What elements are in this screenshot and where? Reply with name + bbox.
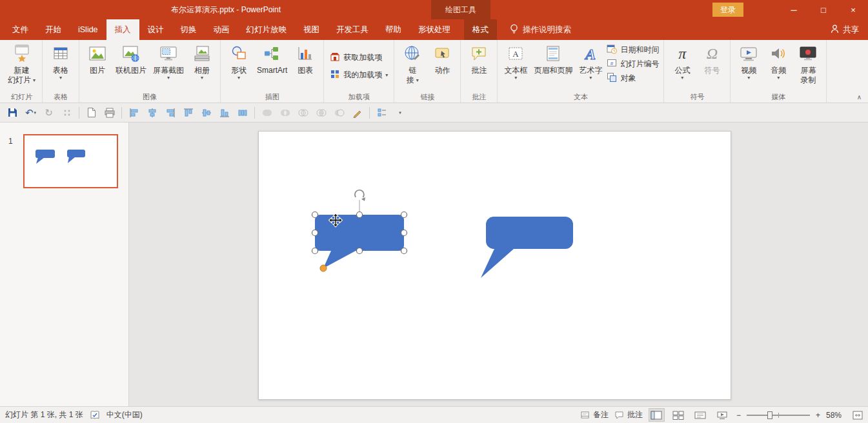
close-button[interactable]: × (838, 0, 868, 19)
table-button[interactable]: 表格 ▾ (46, 41, 76, 92)
tab-developer[interactable]: 开发工具 (328, 19, 377, 40)
align-center-button[interactable] (143, 105, 161, 121)
zoom-out-button[interactable]: − (736, 411, 741, 420)
selection-pane-button[interactable] (373, 105, 390, 121)
adjust-handle[interactable] (320, 265, 327, 271)
collapse-ribbon-button[interactable]: ∧ (857, 93, 862, 101)
distribute-horizontal-button[interactable] (234, 105, 251, 121)
tab-file[interactable]: 文件 (4, 19, 37, 40)
fit-slide-to-window-button[interactable] (853, 411, 863, 420)
handle-middle-left[interactable] (312, 230, 318, 236)
handle-middle-right[interactable] (401, 230, 407, 236)
merge-shapes-fragment-button[interactable] (294, 105, 312, 121)
language-button[interactable]: 中文(中国) (106, 409, 143, 420)
undo-button[interactable]: ↶▾ (22, 105, 39, 121)
align-middle-button[interactable] (197, 105, 215, 121)
handle-top-left[interactable] (312, 212, 318, 218)
redo-button[interactable]: ↻ (40, 105, 57, 121)
tab-transitions[interactable]: 切换 (172, 19, 205, 40)
handle-bottom-center[interactable] (357, 248, 363, 254)
normal-view-button[interactable] (649, 408, 665, 422)
new-file-button[interactable] (83, 105, 100, 121)
zoom-level-button[interactable]: 58% (826, 411, 847, 420)
slide-number-icon: # (607, 58, 617, 70)
touch-mouse-mode-button[interactable] (58, 105, 76, 121)
video-button[interactable]: 视频 ▾ (734, 41, 763, 92)
chart-button[interactable]: 图表 (290, 41, 320, 92)
quick-access-toolbar: ↶▾ ↻ ▾ (0, 103, 868, 123)
align-left-button[interactable] (125, 105, 143, 121)
tell-me-search[interactable]: 操作说明搜索 (510, 19, 571, 40)
link-button[interactable]: 链 接▾ (398, 41, 427, 92)
zoom-slider[interactable] (747, 415, 810, 416)
tab-format[interactable]: 格式 (464, 19, 497, 40)
edit-points-button[interactable] (348, 105, 366, 121)
tab-view[interactable]: 视图 (295, 19, 328, 40)
zoom-slider-thumb[interactable] (767, 411, 772, 419)
shapes-button[interactable]: 形状 ▾ (224, 41, 254, 92)
tab-slideshow[interactable]: 幻灯片放映 (238, 19, 296, 40)
merge-shapes-combine-button[interactable] (276, 105, 294, 121)
print-preview-button[interactable] (101, 105, 118, 121)
slide-sorter-view-button[interactable] (671, 408, 687, 422)
tab-animations[interactable]: 动画 (205, 19, 238, 40)
tab-design[interactable]: 设计 (139, 19, 172, 40)
zoom-in-button[interactable]: + (816, 411, 820, 420)
merge-shapes-intersect-button[interactable] (312, 105, 330, 121)
my-addins-button[interactable]: 我的加载项 ▾ (330, 69, 388, 81)
handle-top-center[interactable] (357, 212, 363, 218)
slide-editing-surface[interactable] (258, 131, 731, 400)
audio-button[interactable]: 音频 ▾ (763, 41, 793, 92)
person-icon (831, 25, 839, 35)
minimize-button[interactable]: ─ (779, 0, 809, 19)
tab-shape-tools[interactable]: 形状处理 (410, 19, 459, 40)
video-icon (740, 43, 758, 64)
screen-recording-button[interactable]: 屏幕 录制 (793, 41, 823, 92)
date-time-button[interactable]: 日期和时间 (607, 44, 659, 56)
wordart-button[interactable]: A 艺术字 ▾ (576, 41, 605, 92)
tab-insert[interactable]: 插入 (106, 19, 139, 40)
picture-button[interactable]: 图片 (83, 41, 112, 92)
header-footer-icon (545, 43, 561, 64)
object-button[interactable]: 对象 (607, 72, 659, 84)
slide-1-thumbnail[interactable] (23, 134, 118, 188)
slideshow-view-button[interactable] (714, 408, 731, 422)
handle-top-right[interactable] (401, 212, 407, 218)
merge-shapes-subtract-button[interactable] (330, 105, 348, 121)
handle-bottom-left[interactable] (312, 248, 318, 254)
textbox-button[interactable]: A 文本框 ▾ (501, 41, 530, 92)
new-comment-button[interactable]: 批注 (464, 41, 494, 92)
reading-view-button[interactable] (692, 408, 709, 422)
symbol-button[interactable]: Ω 符号 (697, 41, 727, 92)
handle-bottom-right[interactable] (401, 248, 407, 254)
align-bottom-button[interactable] (216, 105, 233, 121)
save-button[interactable] (4, 105, 21, 121)
equation-button[interactable]: π 公式 ▾ (667, 41, 697, 92)
align-top-button[interactable] (179, 105, 197, 121)
new-slide-button[interactable]: 新建 幻灯片▾ (5, 41, 39, 92)
smartart-button[interactable]: SmartArt (254, 41, 290, 92)
header-footer-button[interactable]: 页眉和页脚 (530, 41, 576, 92)
share-button[interactable]: 共享 (831, 19, 859, 40)
group-images: 图片 联机图片 屏幕截图 ▾ 相册 ▾ 图像 (79, 40, 221, 103)
online-pictures-button[interactable]: 联机图片 (112, 41, 150, 92)
tab-help[interactable]: 帮助 (377, 19, 410, 40)
slide-number-button[interactable]: # 幻灯片编号 (607, 58, 659, 70)
qat-more-commands-button[interactable]: ▾ (391, 105, 409, 121)
rotation-handle[interactable] (355, 190, 365, 201)
speech-bubble-left-selected[interactable] (315, 215, 404, 268)
speech-bubble-right[interactable] (481, 217, 573, 278)
screenshot-button[interactable]: 屏幕截图 ▾ (150, 41, 187, 92)
get-addins-button[interactable]: 获取加载项 (330, 52, 388, 64)
notes-button[interactable]: 备注 (580, 409, 609, 420)
tab-islide[interactable]: iSlide (70, 19, 106, 40)
comments-button[interactable]: 批注 (614, 409, 643, 420)
merge-shapes-union-button[interactable] (258, 105, 276, 121)
align-right-button[interactable] (161, 105, 179, 121)
tab-home[interactable]: 开始 (37, 19, 70, 40)
sign-in-button[interactable]: 登录 (712, 3, 743, 17)
maximize-button[interactable]: □ (809, 0, 838, 19)
action-button[interactable]: 动作 (427, 41, 457, 92)
spell-check-button[interactable] (90, 411, 100, 420)
photo-album-button[interactable]: 相册 ▾ (187, 41, 217, 92)
